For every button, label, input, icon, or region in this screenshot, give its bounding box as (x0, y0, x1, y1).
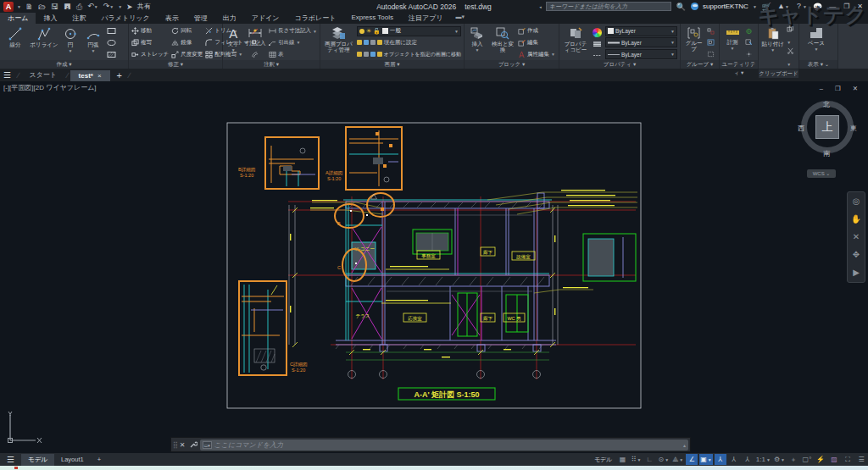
panel-view-footer[interactable]: 表示 ▾ ⌄ (799, 60, 837, 69)
tool-stretch[interactable]: ストレッチ (131, 49, 169, 60)
add-layout-button[interactable]: + (91, 454, 108, 465)
panel-layers-footer[interactable]: 画層 ▾ (320, 60, 464, 69)
close-tab-icon[interactable]: × (97, 72, 102, 80)
app-store-icon[interactable]: 🛒 (761, 2, 772, 12)
clean-screen-icon[interactable]: ⛶ (842, 454, 854, 465)
panel-draw-footer[interactable]: 作成 ▾ (0, 60, 128, 69)
tab-view[interactable]: 表示 (158, 13, 186, 24)
model-tab[interactable]: モデル (21, 454, 54, 466)
object-snap-tracking-icon[interactable]: ∠ (686, 454, 698, 465)
tool-group[interactable]: グループ (683, 25, 704, 60)
tab-document[interactable]: test*× (70, 70, 110, 81)
annotation-scale-value[interactable]: 1:1▼ (755, 454, 771, 465)
panel-groups-footer[interactable]: グループ ▾ (681, 60, 719, 69)
tab-insert[interactable]: 挿入 (36, 13, 64, 24)
search-collapse-icon[interactable]: ◂ (539, 4, 542, 9)
pan-icon[interactable]: ✋ (851, 215, 861, 224)
color-wheel-icon[interactable] (593, 28, 602, 37)
linetype-icon[interactable] (593, 53, 602, 58)
tool-arc[interactable]: 円弧 ▼ (81, 25, 105, 60)
viewcube-east[interactable]: 東 (850, 124, 857, 133)
signed-in-user[interactable]: supportEKTNC (703, 3, 748, 10)
autodesk-app-icon[interactable]: ▲▼ (776, 1, 790, 12)
save-icon[interactable]: 🖫 (50, 2, 59, 12)
cut-clip-icon[interactable]: ▼ (787, 47, 794, 69)
command-input-bar[interactable]: ▭▾ ▴ (200, 440, 688, 451)
tool-dim-linear[interactable]: 長さ寸法記入▼ (269, 25, 317, 36)
tool-leader[interactable]: 引出線▼ (269, 37, 317, 48)
autoscale-icon[interactable]: ⅄ (728, 454, 740, 465)
tool-scale[interactable]: 尺度変更 (171, 49, 203, 60)
help-search-input[interactable] (546, 2, 671, 11)
command-line[interactable]: ⣿ ✕ ▭▾ ▴ (170, 437, 691, 452)
viewcube-top-face[interactable]: 上 (815, 115, 839, 139)
open-folder-icon[interactable]: 🗁 (37, 2, 47, 12)
file-tab-menu-icon[interactable]: ☰ (3, 69, 11, 81)
command-line-close-icon[interactable]: ✕ (180, 441, 186, 449)
customization-menu-icon[interactable]: ☰ (855, 454, 867, 465)
layer-select[interactable]: ☀ 🔓 一般 ▼ (357, 26, 461, 36)
id-point-icon[interactable] (745, 28, 753, 35)
tool-rotate[interactable]: 回転 (171, 25, 203, 36)
tab-start[interactable]: スタート (20, 69, 65, 81)
tool-move[interactable]: 移動 (131, 25, 169, 36)
tool-line[interactable]: 線分 (3, 25, 28, 60)
tool-match-properties[interactable]: プロパティコピー (562, 25, 589, 60)
ribbon-options-icon[interactable]: ▬▾ (456, 13, 465, 24)
viewcube-north[interactable]: 北 (823, 100, 830, 109)
tab-output[interactable]: 出力 (215, 13, 244, 24)
command-input[interactable] (214, 441, 681, 449)
orbit-icon[interactable]: ✥ (853, 251, 860, 259)
tool-paste[interactable]: 貼り付け ▼ (761, 25, 784, 69)
tab-parametric[interactable]: パラメトリック (93, 13, 157, 24)
workspace-gear-icon[interactable]: ⚙▼ (773, 454, 786, 465)
annotation-visibility-icon[interactable]: ⅄ (715, 454, 726, 465)
lineweight-icon[interactable] (593, 41, 602, 48)
point-style-icon[interactable] (745, 51, 753, 58)
hatch-tool-icon[interactable] (107, 51, 116, 58)
app-menu-button[interactable]: A (3, 2, 14, 12)
rectangle-tool-icon[interactable] (107, 27, 116, 35)
annotation-scale-people-icon[interactable]: ⅄ (742, 454, 754, 465)
tool-detect-convert[interactable]: 検出と変換 (490, 25, 515, 60)
layout1-tab[interactable]: Layout1 (54, 454, 91, 465)
command-history-icon[interactable]: ▴ (683, 442, 686, 448)
tab-manage[interactable]: 管理 (186, 13, 215, 24)
graphics-performance-icon[interactable]: ⚡ (815, 454, 826, 465)
model-space-canvas[interactable]: [-][平面図][2D ワイヤフレーム] ‒ ❐ ✕ (0, 81, 868, 470)
ellipse-tool-icon[interactable] (107, 39, 116, 47)
tool-layer-manager[interactable]: 画層プロパティ管理 (323, 25, 354, 60)
panel-utilities-footer[interactable]: ユーティリティ ▾ (720, 60, 758, 69)
isodraft-icon[interactable]: ⟁▼ (671, 454, 684, 465)
tab-collaborate[interactable]: コラボレート (287, 13, 343, 24)
viewcube-west[interactable]: 西 (798, 124, 804, 133)
user-avatar-icon[interactable] (691, 3, 698, 10)
zoom-extents-icon[interactable]: ✕ (853, 233, 860, 241)
qat-dropdown-icon[interactable]: ▼ (118, 4, 122, 9)
object-color-select[interactable]: ByLayer▼ (605, 26, 677, 36)
ortho-toggle-icon[interactable]: ∟ (644, 454, 656, 465)
tool-base[interactable]: ベース ▼ (802, 25, 831, 60)
share-icon[interactable]: ➤ (125, 2, 134, 12)
feedback-icon[interactable]: 💬 (812, 2, 823, 12)
redo-icon[interactable]: ↷▼ (103, 1, 115, 12)
polar-tracking-icon[interactable]: ⊙▼ (658, 454, 670, 465)
viewcube-wcs-menu[interactable]: WCS ⌄ (807, 169, 836, 178)
user-caret-icon[interactable]: ▼ (753, 4, 757, 9)
drawing-window-buttons[interactable]: ‒ ❐ ✕ (820, 85, 863, 92)
lineweight-select[interactable]: ByLayer▼ (605, 37, 677, 47)
panel-annotate-footer[interactable]: 注釈 ▾ (223, 60, 320, 69)
copy-clip-icon[interactable]: ▼ (787, 25, 794, 47)
tab-express-tools[interactable]: Express Tools (343, 13, 401, 24)
tool-block-create[interactable]: 作成 (518, 25, 556, 36)
group-select-icon[interactable] (707, 51, 715, 58)
share-label[interactable]: 共有 (137, 2, 151, 11)
layout-menu-icon[interactable]: ☰ (0, 455, 21, 464)
app-menu-caret-icon[interactable]: ▼ (17, 4, 21, 9)
search-icon[interactable]: 🔍 (676, 2, 687, 12)
command-line-grip[interactable]: ⣿ (173, 441, 177, 449)
viewcube-south[interactable]: 南 (823, 149, 830, 158)
quick-select-icon[interactable] (745, 39, 753, 46)
new-drawing-tab-button[interactable]: + (112, 70, 127, 81)
undo-icon[interactable]: ↶▼ (86, 1, 99, 12)
